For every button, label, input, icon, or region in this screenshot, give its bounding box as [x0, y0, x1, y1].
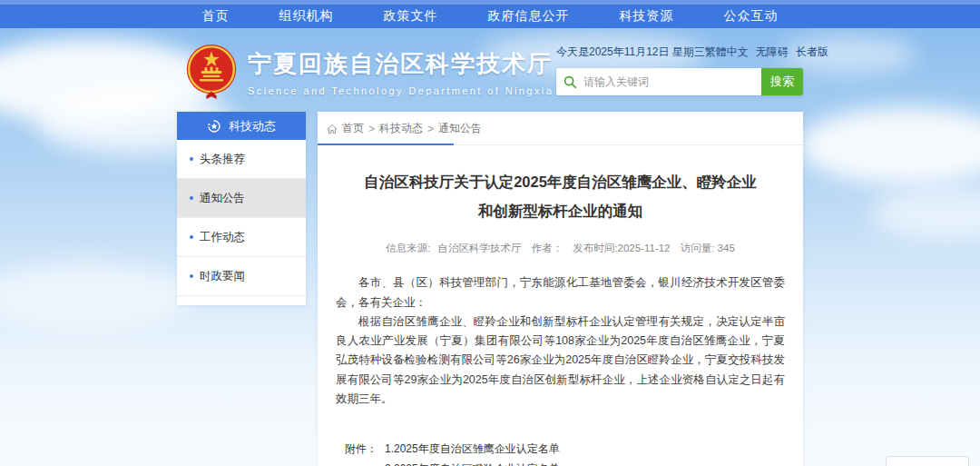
search-bar: 搜索	[556, 68, 803, 95]
sidebar-item-current-politics[interactable]: 时政要闻	[177, 257, 306, 296]
search-icon	[556, 68, 583, 95]
nav-item-policy-documents[interactable]: 政策文件	[384, 8, 438, 25]
meta-author-label: 作者：	[532, 243, 564, 253]
attachment-link-1[interactable]: 1.2025年度自治区雏鹰企业认定名单	[385, 441, 803, 457]
site-header: 宁夏回族自治区科学技术厅 Science and Technology Depa…	[177, 28, 803, 112]
article-title: 自治区科技厅关于认定2025年度自治区雏鹰企业、瞪羚企业 和创新型标杆企业的通知	[348, 167, 772, 225]
breadcrumb-notices[interactable]: 通知公告	[438, 121, 482, 136]
nav-item-sci-tech-resources[interactable]: 科技资源	[620, 8, 674, 25]
site-title: 宁夏回族自治区科学技术厅	[248, 48, 554, 80]
attachment-link-2[interactable]: 2.2025年度自治区瞪羚企业认定名单	[385, 461, 803, 466]
search-input[interactable]	[583, 68, 761, 95]
sidebar-item-work-updates[interactable]: 工作动态	[177, 218, 306, 257]
nav-item-public-interaction[interactable]: 公众互动	[724, 8, 779, 25]
meta-publish-time: 发布时间:2025-11-12	[573, 243, 670, 253]
article-body: 各市、县（区）科技管理部门，宁东能源化工基地管委会，银川经济技术开发区管委会，各…	[336, 273, 785, 409]
floating-widget	[886, 456, 969, 466]
article-meta: 信息来源:自治区科学技术厅 作者： 发布时间:2025-11-12 访问量: 3…	[318, 242, 803, 255]
nav-item-home[interactable]: 首页	[202, 8, 230, 25]
meta-source-label: 信息来源:	[386, 243, 430, 253]
attachments-label: 附件：	[345, 441, 385, 457]
nav-item-organization[interactable]: 组织机构	[279, 8, 334, 25]
breadcrumb-sci-tech-news[interactable]: 科技动态	[379, 121, 423, 136]
nav-item-gov-info-disclosure[interactable]: 政府信息公开	[488, 8, 570, 25]
cloud-decoration	[871, 186, 980, 241]
cloud-decoration	[0, 263, 191, 327]
search-button[interactable]: 搜索	[761, 68, 803, 95]
current-date: 今天是2025年11月12日 星期三	[556, 45, 705, 60]
sidebar-header: 科技动态	[177, 112, 306, 140]
sidebar-item-headline-recommend[interactable]: 头条推荐	[177, 140, 306, 179]
site-subtitle: Science and Technology Department of Nin…	[248, 85, 554, 96]
top-nav-bar: 首页 组织机构 政策文件 政府信息公开 科技资源 公众互动	[0, 0, 980, 28]
meta-source: 自治区科学技术厅	[437, 243, 521, 253]
article-paragraph: 根据自治区雏鹰企业、瞪羚企业和创新型标杆企业认定管理有关规定，决定认定半亩良人农…	[336, 312, 785, 409]
breadcrumb-home[interactable]: 首页	[342, 121, 364, 136]
site-brand[interactable]: 宁夏回族自治区科学技术厅 Science and Technology Depa…	[184, 43, 554, 101]
meta-visit-count: 访问量: 345	[681, 243, 735, 253]
sidebar-item-notices[interactable]: 通知公告	[177, 179, 306, 218]
home-icon	[327, 124, 338, 134]
article-paragraph: 各市、县（区）科技管理部门，宁东能源化工基地管委会，银川经济技术开发区管委会，各…	[336, 273, 785, 312]
cloud-decoration	[799, 107, 980, 184]
sidebar: 科技动态 头条推荐 通知公告 工作动态 时政要闻	[177, 112, 306, 305]
sci-tech-news-icon	[207, 119, 221, 134]
breadcrumb: 首页 > 科技动态 > 通知公告	[318, 112, 803, 145]
link-traditional-chinese[interactable]: 繁體中文	[705, 45, 749, 60]
sidebar-title: 科技动态	[229, 118, 276, 134]
attachments-section: 附件： 1.2025年度自治区雏鹰企业认定名单 2.2025年度自治区瞪羚企业认…	[345, 441, 803, 466]
article-panel: 首页 > 科技动态 > 通知公告 自治区科技厅关于认定2025年度自治区雏鹰企业…	[318, 112, 803, 466]
link-accessibility[interactable]: 无障碍	[756, 45, 789, 60]
link-senior-version[interactable]: 长者版	[796, 45, 828, 60]
national-emblem-logo	[184, 43, 239, 101]
